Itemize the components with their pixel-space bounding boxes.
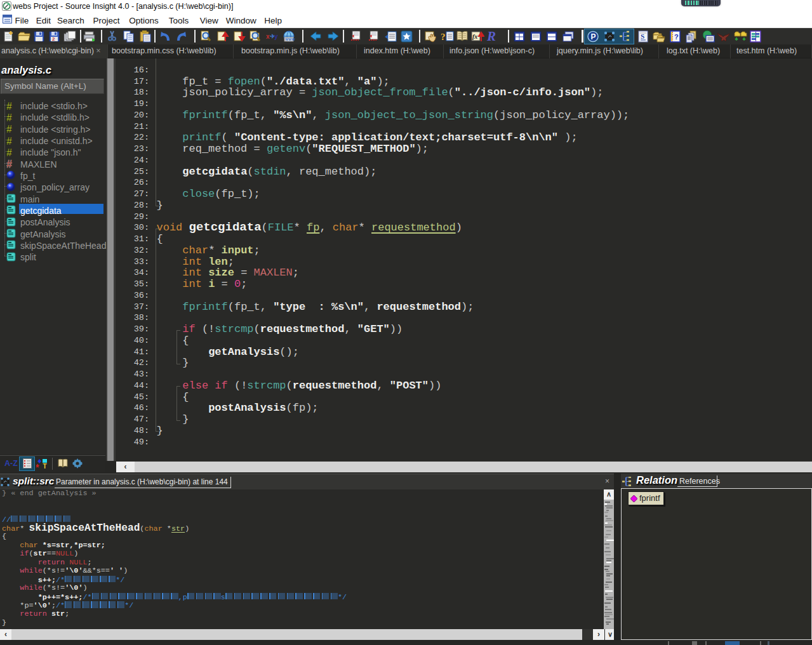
svg-text:#: #	[6, 112, 12, 123]
svg-text:#: #	[6, 136, 12, 146]
svg-text:x: x	[266, 33, 270, 40]
svg-text:P: P	[591, 32, 596, 41]
svg-text:*: *	[36, 462, 39, 470]
svg-text:#: #	[6, 159, 12, 169]
svg-text:S: S	[641, 32, 644, 40]
svg-text:R: R	[486, 30, 496, 43]
svg-text:WWW: WWW	[285, 37, 295, 41]
svg-text:#: #	[6, 124, 12, 134]
svg-text:T: T	[43, 463, 47, 470]
svg-text:fx: fx	[472, 33, 477, 40]
svg-text:?: ?	[674, 33, 679, 41]
svg-text:#: #	[6, 101, 12, 111]
svg-text:?: ?	[441, 32, 446, 42]
svg-text:2: 2	[52, 36, 55, 42]
svg-text:y: y	[274, 33, 278, 40]
svg-text:#: #	[6, 147, 12, 157]
